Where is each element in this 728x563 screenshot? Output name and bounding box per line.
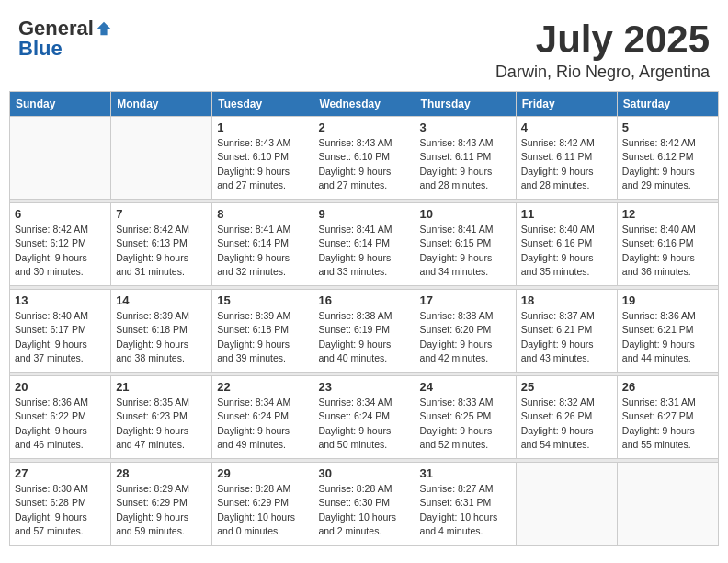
calendar-cell: 2Sunrise: 8:43 AM Sunset: 6:10 PM Daylig… — [313, 117, 415, 200]
day-info: Sunrise: 8:43 AM Sunset: 6:10 PM Dayligh… — [217, 136, 308, 192]
calendar-cell: 17Sunrise: 8:38 AM Sunset: 6:20 PM Dayli… — [415, 290, 516, 373]
day-number: 27 — [15, 466, 106, 480]
logo-blue-text: Blue — [18, 39, 63, 59]
day-number: 19 — [622, 293, 713, 307]
day-info: Sunrise: 8:38 AM Sunset: 6:19 PM Dayligh… — [318, 309, 409, 365]
calendar-cell: 24Sunrise: 8:33 AM Sunset: 6:25 PM Dayli… — [415, 376, 516, 459]
day-number: 5 — [622, 121, 713, 134]
calendar-cell: 16Sunrise: 8:38 AM Sunset: 6:19 PM Dayli… — [313, 290, 415, 373]
calendar-cell: 15Sunrise: 8:39 AM Sunset: 6:18 PM Dayli… — [212, 290, 313, 373]
day-number: 2 — [318, 121, 409, 134]
day-number: 20 — [15, 380, 106, 394]
calendar-cell: 14Sunrise: 8:39 AM Sunset: 6:18 PM Dayli… — [111, 290, 212, 373]
day-number: 24 — [420, 380, 511, 394]
column-header-saturday: Saturday — [617, 92, 718, 117]
day-info: Sunrise: 8:43 AM Sunset: 6:10 PM Dayligh… — [318, 136, 409, 192]
calendar-cell — [516, 463, 617, 546]
day-number: 25 — [521, 380, 612, 394]
column-header-tuesday: Tuesday — [212, 92, 313, 117]
logo: General Blue — [18, 18, 112, 59]
day-info: Sunrise: 8:33 AM Sunset: 6:25 PM Dayligh… — [420, 396, 511, 452]
day-info: Sunrise: 8:39 AM Sunset: 6:18 PM Dayligh… — [116, 309, 207, 365]
calendar-cell: 20Sunrise: 8:36 AM Sunset: 6:22 PM Dayli… — [10, 376, 111, 459]
day-info: Sunrise: 8:41 AM Sunset: 6:14 PM Dayligh… — [318, 223, 409, 279]
month-year-title: July 2025 — [495, 18, 710, 61]
title-area: July 2025 Darwin, Rio Negro, Argentina — [495, 18, 710, 82]
day-number: 18 — [521, 293, 612, 307]
calendar-week-row: 27Sunrise: 8:30 AM Sunset: 6:28 PM Dayli… — [10, 463, 719, 546]
day-info: Sunrise: 8:32 AM Sunset: 6:26 PM Dayligh… — [521, 396, 612, 452]
day-number: 6 — [15, 207, 106, 221]
calendar-cell: 26Sunrise: 8:31 AM Sunset: 6:27 PM Dayli… — [617, 376, 718, 459]
day-number: 23 — [318, 380, 409, 394]
day-info: Sunrise: 8:40 AM Sunset: 6:17 PM Dayligh… — [15, 309, 106, 365]
calendar-cell: 18Sunrise: 8:37 AM Sunset: 6:21 PM Dayli… — [516, 290, 617, 373]
calendar-week-row: 6Sunrise: 8:42 AM Sunset: 6:12 PM Daylig… — [10, 203, 719, 286]
day-info: Sunrise: 8:35 AM Sunset: 6:23 PM Dayligh… — [116, 396, 207, 452]
calendar-header-row: SundayMondayTuesdayWednesdayThursdayFrid… — [10, 92, 719, 117]
calendar-cell: 22Sunrise: 8:34 AM Sunset: 6:24 PM Dayli… — [212, 376, 313, 459]
day-info: Sunrise: 8:42 AM Sunset: 6:12 PM Dayligh… — [622, 136, 713, 192]
day-number: 1 — [217, 121, 308, 134]
calendar-cell: 12Sunrise: 8:40 AM Sunset: 6:16 PM Dayli… — [617, 203, 718, 286]
day-number: 21 — [116, 380, 207, 394]
calendar-cell — [617, 463, 718, 546]
calendar-cell: 13Sunrise: 8:40 AM Sunset: 6:17 PM Dayli… — [10, 290, 111, 373]
calendar-cell: 28Sunrise: 8:29 AM Sunset: 6:29 PM Dayli… — [111, 463, 212, 546]
calendar-week-row: 13Sunrise: 8:40 AM Sunset: 6:17 PM Dayli… — [10, 290, 719, 373]
day-number: 13 — [15, 293, 106, 307]
day-number: 3 — [420, 121, 511, 134]
day-number: 22 — [217, 380, 308, 394]
calendar-cell: 3Sunrise: 8:43 AM Sunset: 6:11 PM Daylig… — [415, 117, 516, 200]
day-info: Sunrise: 8:34 AM Sunset: 6:24 PM Dayligh… — [217, 396, 308, 452]
calendar-week-row: 1Sunrise: 8:43 AM Sunset: 6:10 PM Daylig… — [10, 117, 719, 200]
day-info: Sunrise: 8:31 AM Sunset: 6:27 PM Dayligh… — [622, 396, 713, 452]
calendar-cell: 27Sunrise: 8:30 AM Sunset: 6:28 PM Dayli… — [10, 463, 111, 546]
header: General Blue July 2025 Darwin, Rio Negro… — [9, 9, 719, 86]
day-number: 12 — [622, 207, 713, 221]
day-info: Sunrise: 8:37 AM Sunset: 6:21 PM Dayligh… — [521, 309, 612, 365]
day-info: Sunrise: 8:42 AM Sunset: 6:12 PM Dayligh… — [15, 223, 106, 279]
day-info: Sunrise: 8:28 AM Sunset: 6:30 PM Dayligh… — [318, 482, 409, 538]
day-number: 9 — [318, 207, 409, 221]
location-subtitle: Darwin, Rio Negro, Argentina — [495, 63, 710, 82]
calendar-cell: 25Sunrise: 8:32 AM Sunset: 6:26 PM Dayli… — [516, 376, 617, 459]
logo-icon — [96, 20, 112, 37]
day-info: Sunrise: 8:42 AM Sunset: 6:11 PM Dayligh… — [521, 136, 612, 192]
logo-general-text: General — [18, 18, 94, 39]
day-info: Sunrise: 8:43 AM Sunset: 6:11 PM Dayligh… — [420, 136, 511, 192]
day-info: Sunrise: 8:42 AM Sunset: 6:13 PM Dayligh… — [116, 223, 207, 279]
day-number: 10 — [420, 207, 511, 221]
svg-marker-0 — [97, 22, 110, 35]
calendar-cell: 5Sunrise: 8:42 AM Sunset: 6:12 PM Daylig… — [617, 117, 718, 200]
calendar-cell: 19Sunrise: 8:36 AM Sunset: 6:21 PM Dayli… — [617, 290, 718, 373]
calendar-table: SundayMondayTuesdayWednesdayThursdayFrid… — [9, 91, 719, 546]
day-number: 16 — [318, 293, 409, 307]
day-number: 14 — [116, 293, 207, 307]
day-number: 7 — [116, 207, 207, 221]
day-info: Sunrise: 8:40 AM Sunset: 6:16 PM Dayligh… — [521, 223, 612, 279]
calendar-cell: 4Sunrise: 8:42 AM Sunset: 6:11 PM Daylig… — [516, 117, 617, 200]
column-header-thursday: Thursday — [415, 92, 516, 117]
day-info: Sunrise: 8:40 AM Sunset: 6:16 PM Dayligh… — [622, 223, 713, 279]
day-number: 28 — [116, 466, 207, 480]
calendar-cell: 8Sunrise: 8:41 AM Sunset: 6:14 PM Daylig… — [212, 203, 313, 286]
day-info: Sunrise: 8:30 AM Sunset: 6:28 PM Dayligh… — [15, 482, 106, 538]
day-number: 11 — [521, 207, 612, 221]
day-info: Sunrise: 8:34 AM Sunset: 6:24 PM Dayligh… — [318, 396, 409, 452]
day-number: 15 — [217, 293, 308, 307]
calendar-cell: 10Sunrise: 8:41 AM Sunset: 6:15 PM Dayli… — [415, 203, 516, 286]
calendar-cell: 1Sunrise: 8:43 AM Sunset: 6:10 PM Daylig… — [212, 117, 313, 200]
day-info: Sunrise: 8:36 AM Sunset: 6:22 PM Dayligh… — [15, 396, 106, 452]
day-info: Sunrise: 8:39 AM Sunset: 6:18 PM Dayligh… — [217, 309, 308, 365]
calendar-cell — [10, 117, 111, 200]
calendar-cell: 29Sunrise: 8:28 AM Sunset: 6:29 PM Dayli… — [212, 463, 313, 546]
day-number: 29 — [217, 466, 308, 480]
day-info: Sunrise: 8:28 AM Sunset: 6:29 PM Dayligh… — [217, 482, 308, 538]
day-number: 31 — [420, 466, 511, 480]
column-header-friday: Friday — [516, 92, 617, 117]
calendar-cell: 31Sunrise: 8:27 AM Sunset: 6:31 PM Dayli… — [415, 463, 516, 546]
day-info: Sunrise: 8:38 AM Sunset: 6:20 PM Dayligh… — [420, 309, 511, 365]
day-number: 30 — [318, 466, 409, 480]
column-header-monday: Monday — [111, 92, 212, 117]
